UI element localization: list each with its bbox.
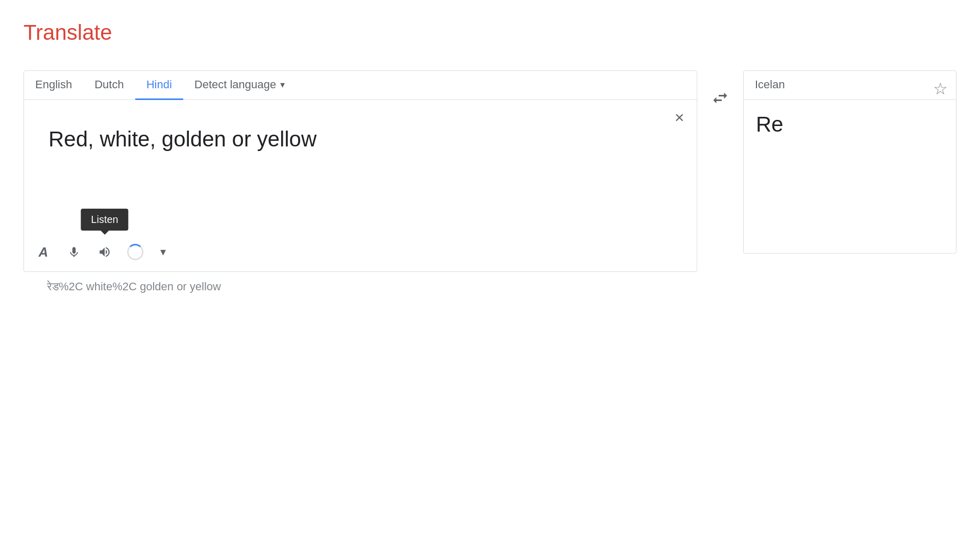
app-title: Translate [0,20,980,45]
more-options-icon: ▾ [160,245,166,259]
left-language-bar: English Dutch Hindi Detect language ▾ [24,71,697,100]
right-translation-box: Icelan Re ☆ [743,70,957,254]
favorite-button[interactable]: ☆ [933,79,948,98]
translated-text: Re [756,112,783,137]
lang-btn-dutch[interactable]: Dutch [83,71,135,100]
volume-icon [98,245,111,259]
star-icon: ☆ [933,80,948,98]
font-size-icon: A [39,244,48,260]
swap-icon [711,89,729,107]
swap-languages-button[interactable] [705,83,736,113]
right-output-area: Re [744,100,956,253]
detect-language-button[interactable]: Detect language ▾ [183,71,296,100]
listen-button[interactable]: Listen [91,239,118,265]
clear-button[interactable]: × [670,108,689,127]
main-layout: English Dutch Hindi Detect language ▾ Re… [0,70,980,302]
source-text[interactable]: Red, white, golden or yellow [36,112,666,214]
transliteration-text: रेड%2C white%2C golden or yellow [23,272,697,302]
lang-btn-english[interactable]: English [24,71,83,100]
loading-button[interactable] [122,239,149,265]
clear-icon: × [675,108,684,127]
left-translation-box: English Dutch Hindi Detect language ▾ Re… [23,70,697,272]
right-language-bar: Icelan [744,71,956,100]
detect-language-label: Detect language [194,78,276,91]
lang-btn-hindi[interactable]: Hindi [135,71,183,100]
right-lang-btn-icelandic[interactable]: Icelan [744,71,796,100]
microphone-button[interactable] [61,239,87,265]
middle-section [697,70,743,302]
font-size-button[interactable]: A [30,239,57,265]
detect-dropdown-arrow-icon[interactable]: ▾ [280,79,285,90]
more-options-button[interactable]: ▾ [153,242,173,262]
input-area: Red, white, golden or yellow × [24,100,697,233]
right-section: Icelan Re ☆ [743,70,957,302]
left-section: English Dutch Hindi Detect language ▾ Re… [23,70,697,302]
page-wrapper: Translate English Dutch Hindi Detect lan… [0,0,980,551]
bottom-toolbar: A Listen [24,233,697,271]
spinner-icon [127,244,143,260]
microphone-icon [67,245,81,259]
